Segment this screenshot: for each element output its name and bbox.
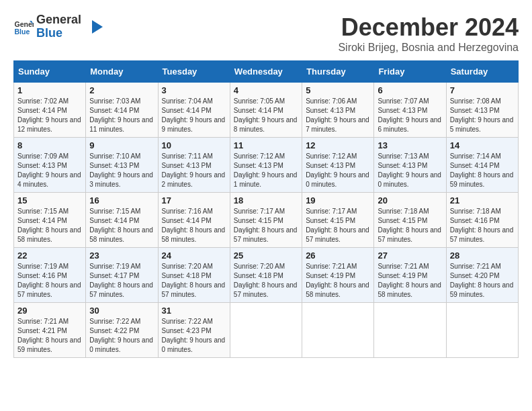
day-number: 12 (306, 140, 370, 150)
calendar-cell: 16Sunrise: 7:15 AMSunset: 4:14 PMDayligh… (86, 193, 158, 248)
calendar-cell: 10Sunrise: 7:11 AMSunset: 4:13 PMDayligh… (158, 138, 230, 193)
day-number: 22 (17, 250, 82, 261)
day-info: Sunrise: 7:12 AMSunset: 4:13 PMDaylight:… (306, 152, 370, 189)
day-info: Sunrise: 7:19 AMSunset: 4:17 PMDaylight:… (89, 262, 154, 300)
weekday-header-wednesday: Wednesday (230, 61, 302, 83)
calendar-cell (446, 303, 518, 358)
calendar-cell: 28Sunrise: 7:21 AMSunset: 4:20 PMDayligh… (446, 248, 518, 303)
day-number: 8 (17, 140, 82, 150)
calendar-cell: 9Sunrise: 7:10 AMSunset: 4:13 PMDaylight… (86, 138, 158, 193)
day-number: 10 (162, 140, 226, 150)
week-row-2: 8Sunrise: 7:09 AMSunset: 4:13 PMDaylight… (14, 138, 519, 193)
calendar-cell: 5Sunrise: 7:06 AMSunset: 4:13 PMDaylight… (302, 83, 374, 138)
calendar-cell: 3Sunrise: 7:04 AMSunset: 4:14 PMDaylight… (158, 83, 230, 138)
calendar-table: SundayMondayTuesdayWednesdayThursdayFrid… (13, 60, 519, 358)
day-info: Sunrise: 7:08 AMSunset: 4:13 PMDaylight:… (450, 97, 515, 134)
calendar-cell: 22Sunrise: 7:19 AMSunset: 4:16 PMDayligh… (14, 248, 86, 303)
day-info: Sunrise: 7:22 AMSunset: 4:22 PMDaylight:… (89, 317, 154, 355)
week-row-5: 29Sunrise: 7:21 AMSunset: 4:21 PMDayligh… (14, 303, 519, 358)
day-info: Sunrise: 7:10 AMSunset: 4:13 PMDaylight:… (89, 152, 154, 189)
day-number: 21 (450, 195, 515, 205)
day-info: Sunrise: 7:02 AMSunset: 4:14 PMDaylight:… (17, 97, 82, 134)
logo-arrow-icon (84, 17, 103, 36)
day-info: Sunrise: 7:17 AMSunset: 4:15 PMDaylight:… (306, 207, 370, 244)
day-info: Sunrise: 7:06 AMSunset: 4:13 PMDaylight:… (306, 97, 370, 134)
weekday-header-monday: Monday (86, 61, 158, 83)
day-number: 3 (162, 85, 226, 95)
day-info: Sunrise: 7:21 AMSunset: 4:21 PMDaylight:… (17, 317, 82, 355)
calendar-cell: 20Sunrise: 7:18 AMSunset: 4:15 PMDayligh… (374, 193, 446, 248)
day-number: 16 (89, 195, 154, 205)
day-info: Sunrise: 7:16 AMSunset: 4:14 PMDaylight:… (162, 207, 226, 244)
day-number: 9 (89, 140, 154, 150)
day-number: 13 (378, 140, 442, 150)
calendar-cell (374, 303, 446, 358)
day-number: 17 (162, 195, 226, 205)
calendar-cell: 11Sunrise: 7:12 AMSunset: 4:13 PMDayligh… (230, 138, 302, 193)
month-title: December 2024 (338, 13, 519, 42)
day-number: 15 (17, 195, 82, 205)
day-number: 31 (162, 306, 226, 316)
day-info: Sunrise: 7:11 AMSunset: 4:13 PMDaylight:… (162, 152, 226, 189)
day-number: 26 (306, 250, 370, 261)
day-info: Sunrise: 7:05 AMSunset: 4:14 PMDaylight:… (234, 97, 298, 134)
calendar-cell: 23Sunrise: 7:19 AMSunset: 4:17 PMDayligh… (86, 248, 158, 303)
day-number: 25 (234, 250, 298, 261)
calendar-cell: 15Sunrise: 7:15 AMSunset: 4:14 PMDayligh… (14, 193, 86, 248)
day-number: 28 (450, 250, 515, 261)
calendar-cell: 19Sunrise: 7:17 AMSunset: 4:15 PMDayligh… (302, 193, 374, 248)
calendar-cell: 27Sunrise: 7:21 AMSunset: 4:19 PMDayligh… (374, 248, 446, 303)
day-info: Sunrise: 7:07 AMSunset: 4:13 PMDaylight:… (378, 97, 442, 134)
day-info: Sunrise: 7:18 AMSunset: 4:16 PMDaylight:… (450, 207, 515, 244)
calendar-cell: 7Sunrise: 7:08 AMSunset: 4:13 PMDaylight… (446, 83, 518, 138)
week-row-1: 1Sunrise: 7:02 AMSunset: 4:14 PMDaylight… (14, 83, 519, 138)
day-info: Sunrise: 7:15 AMSunset: 4:14 PMDaylight:… (89, 207, 154, 244)
day-number: 27 (378, 250, 442, 261)
day-number: 19 (306, 195, 370, 205)
svg-marker-3 (92, 20, 103, 34)
day-info: Sunrise: 7:04 AMSunset: 4:14 PMDaylight:… (162, 97, 226, 134)
calendar-cell: 2Sunrise: 7:03 AMSunset: 4:14 PMDaylight… (86, 83, 158, 138)
day-info: Sunrise: 7:22 AMSunset: 4:23 PMDaylight:… (162, 317, 226, 355)
week-row-4: 22Sunrise: 7:19 AMSunset: 4:16 PMDayligh… (14, 248, 519, 303)
day-info: Sunrise: 7:09 AMSunset: 4:13 PMDaylight:… (17, 152, 82, 189)
header: General Blue General Blue December 2024 … (13, 13, 519, 54)
day-info: Sunrise: 7:20 AMSunset: 4:18 PMDaylight:… (162, 262, 226, 300)
calendar-cell: 24Sunrise: 7:20 AMSunset: 4:18 PMDayligh… (158, 248, 230, 303)
calendar-cell: 18Sunrise: 7:17 AMSunset: 4:15 PMDayligh… (230, 193, 302, 248)
day-number: 14 (450, 140, 515, 150)
weekday-header-saturday: Saturday (446, 61, 518, 83)
day-number: 4 (234, 85, 298, 95)
day-number: 2 (89, 85, 154, 95)
weekday-header-sunday: Sunday (14, 61, 86, 83)
calendar-cell: 21Sunrise: 7:18 AMSunset: 4:16 PMDayligh… (446, 193, 518, 248)
calendar-cell: 30Sunrise: 7:22 AMSunset: 4:22 PMDayligh… (86, 303, 158, 358)
day-info: Sunrise: 7:21 AMSunset: 4:19 PMDaylight:… (306, 262, 370, 300)
logo-blue: Blue (36, 27, 81, 40)
logo-general: General (36, 13, 81, 27)
day-info: Sunrise: 7:17 AMSunset: 4:15 PMDaylight:… (234, 207, 298, 244)
calendar-cell: 31Sunrise: 7:22 AMSunset: 4:23 PMDayligh… (158, 303, 230, 358)
day-number: 18 (234, 195, 298, 205)
calendar-cell (302, 303, 374, 358)
day-info: Sunrise: 7:03 AMSunset: 4:14 PMDaylight:… (89, 97, 154, 134)
calendar-cell (230, 303, 302, 358)
day-number: 24 (162, 250, 226, 261)
day-info: Sunrise: 7:19 AMSunset: 4:16 PMDaylight:… (17, 262, 82, 300)
calendar-cell: 1Sunrise: 7:02 AMSunset: 4:14 PMDaylight… (14, 83, 86, 138)
title-area: December 2024 Siroki Brijeg, Bosnia and … (338, 13, 519, 54)
day-number: 6 (378, 85, 442, 95)
day-number: 30 (89, 306, 154, 316)
weekday-header-row: SundayMondayTuesdayWednesdayThursdayFrid… (14, 61, 519, 83)
weekday-header-friday: Friday (374, 61, 446, 83)
day-number: 7 (450, 85, 515, 95)
weekday-header-thursday: Thursday (302, 61, 374, 83)
calendar-cell: 4Sunrise: 7:05 AMSunset: 4:14 PMDaylight… (230, 83, 302, 138)
logo-icon: General Blue (13, 17, 34, 37)
calendar-cell: 6Sunrise: 7:07 AMSunset: 4:13 PMDaylight… (374, 83, 446, 138)
day-info: Sunrise: 7:21 AMSunset: 4:20 PMDaylight:… (450, 262, 515, 300)
svg-text:Blue: Blue (15, 27, 30, 35)
calendar-cell: 14Sunrise: 7:14 AMSunset: 4:14 PMDayligh… (446, 138, 518, 193)
week-row-3: 15Sunrise: 7:15 AMSunset: 4:14 PMDayligh… (14, 193, 519, 248)
day-info: Sunrise: 7:20 AMSunset: 4:18 PMDaylight:… (234, 262, 298, 300)
